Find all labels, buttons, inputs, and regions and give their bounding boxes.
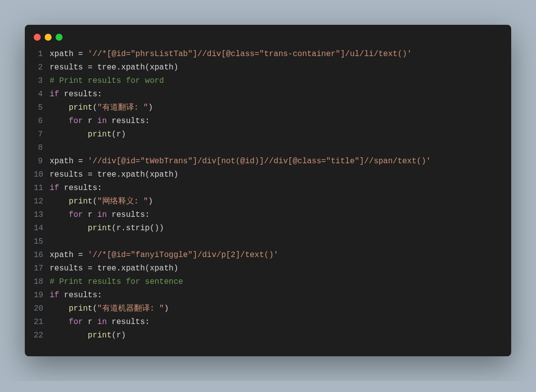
code-content: print("有道机器翻译: ") (50, 302, 169, 316)
code-token: results: (107, 318, 149, 327)
code-token: if (50, 291, 59, 300)
close-icon[interactable] (34, 34, 41, 41)
code-token: (r) (112, 130, 126, 139)
line-number: 11 (34, 182, 50, 195)
code-content: print("网络释义: ") (50, 195, 153, 208)
code-line: 2results = tree.xpath(xpath) (34, 61, 502, 74)
code-token: r (83, 117, 97, 126)
code-content: print(r) (50, 128, 126, 141)
code-token: print (88, 130, 112, 139)
code-line: 21 for r in results: (34, 316, 502, 329)
code-token: results (50, 264, 88, 273)
minimize-icon[interactable] (45, 34, 52, 41)
code-token: "网络释义: " (97, 197, 148, 206)
line-number: 13 (34, 208, 50, 222)
code-token: r (83, 210, 97, 219)
line-number: 3 (34, 74, 50, 88)
code-line: 6 for r in results: (34, 115, 502, 128)
code-token: for (68, 210, 83, 219)
code-line: 16xpath = '//*[@id="fanyiToggle"]/div/p[… (34, 249, 502, 262)
code-token: tree.xpath(xpath) (97, 264, 178, 273)
line-number: 12 (34, 195, 50, 208)
code-token: = (88, 170, 97, 179)
line-number: 8 (34, 141, 50, 155)
code-token: if (50, 184, 59, 193)
code-token: = (78, 50, 88, 59)
code-line: 10results = tree.xpath(xpath) (34, 168, 502, 182)
code-line: 9xpath = '//div[@id="tWebTrans"]/div[not… (34, 155, 502, 168)
line-number: 21 (34, 316, 50, 329)
line-number: 1 (34, 48, 50, 61)
code-line: 22 print(r) (34, 329, 502, 342)
line-number: 17 (34, 262, 50, 275)
code-token: results: (59, 184, 102, 193)
code-token: print (68, 197, 92, 206)
line-number: 16 (34, 249, 50, 262)
line-number: 4 (34, 88, 50, 101)
code-token: results: (107, 210, 149, 219)
code-token (50, 224, 88, 233)
window-titlebar (25, 25, 511, 41)
maximize-icon[interactable] (56, 34, 63, 41)
code-token: '//*[@id="phrsListTab"]//div[@class="tra… (88, 50, 412, 59)
code-token: xpath (50, 251, 78, 260)
code-line: 20 print("有道机器翻译: ") (34, 302, 502, 316)
code-token: print (68, 304, 92, 313)
code-line: 8 (34, 141, 502, 155)
code-token: ) (148, 103, 153, 112)
code-token: in (97, 318, 107, 327)
code-token: tree.xpath(xpath) (97, 170, 178, 179)
code-token (50, 130, 88, 139)
line-number: 6 (34, 115, 50, 128)
code-line: 5 print("有道翻译: ") (34, 101, 502, 115)
code-token: xpath (50, 157, 78, 166)
code-token: (r.strip()) (112, 224, 164, 233)
code-content: if results: (50, 289, 102, 302)
code-token: '//*[@id="fanyiToggle"]/div/p[2]/text()' (88, 251, 278, 260)
code-line: 19if results: (34, 289, 502, 302)
code-token (50, 304, 68, 313)
code-content (50, 235, 55, 249)
line-number: 14 (34, 222, 50, 235)
code-line: 3# Print results for word (34, 74, 502, 88)
code-content: # Print results for sentence (50, 275, 183, 289)
code-line: 12 print("网络释义: ") (34, 195, 502, 208)
code-content: results = tree.xpath(xpath) (50, 168, 178, 182)
code-token: '//div[@id="tWebTrans"]/div[not(@id)]//d… (88, 157, 431, 166)
code-token: results: (107, 117, 149, 126)
code-token: "有道翻译: " (97, 103, 148, 112)
code-content (50, 141, 55, 155)
code-token: in (97, 117, 107, 126)
code-content: xpath = '//*[@id="fanyiToggle"]/div/p[2]… (50, 249, 278, 262)
code-token (50, 331, 88, 340)
code-token: ( (92, 304, 97, 313)
code-token: if (50, 90, 59, 99)
code-token (50, 117, 68, 126)
line-number: 18 (34, 275, 50, 289)
line-number: 5 (34, 101, 50, 115)
code-token: xpath (50, 50, 78, 59)
code-token: results (50, 170, 88, 179)
code-token: "有道机器翻译: " (97, 304, 164, 313)
code-content: if results: (50, 182, 102, 195)
code-line: 4if results: (34, 88, 502, 101)
code-token: ) (148, 197, 153, 206)
code-token: = (88, 264, 97, 273)
code-line: 17results = tree.xpath(xpath) (34, 262, 502, 275)
code-area[interactable]: 1xpath = '//*[@id="phrsListTab"]//div[@c… (25, 41, 511, 356)
code-content: results = tree.xpath(xpath) (50, 61, 178, 74)
code-token: (r) (112, 331, 126, 340)
code-token: ( (92, 103, 97, 112)
code-line: 14 print(r.strip()) (34, 222, 502, 235)
code-token: in (97, 210, 107, 219)
code-line: 1xpath = '//*[@id="phrsListTab"]//div[@c… (34, 48, 502, 61)
code-line: 13 for r in results: (34, 208, 502, 222)
code-content: print(r) (50, 329, 126, 342)
code-token: print (88, 224, 112, 233)
line-number: 20 (34, 302, 50, 316)
code-token: for (68, 117, 83, 126)
line-number: 9 (34, 155, 50, 168)
code-token: results: (59, 90, 102, 99)
code-token (50, 103, 68, 112)
line-number: 2 (34, 61, 50, 74)
